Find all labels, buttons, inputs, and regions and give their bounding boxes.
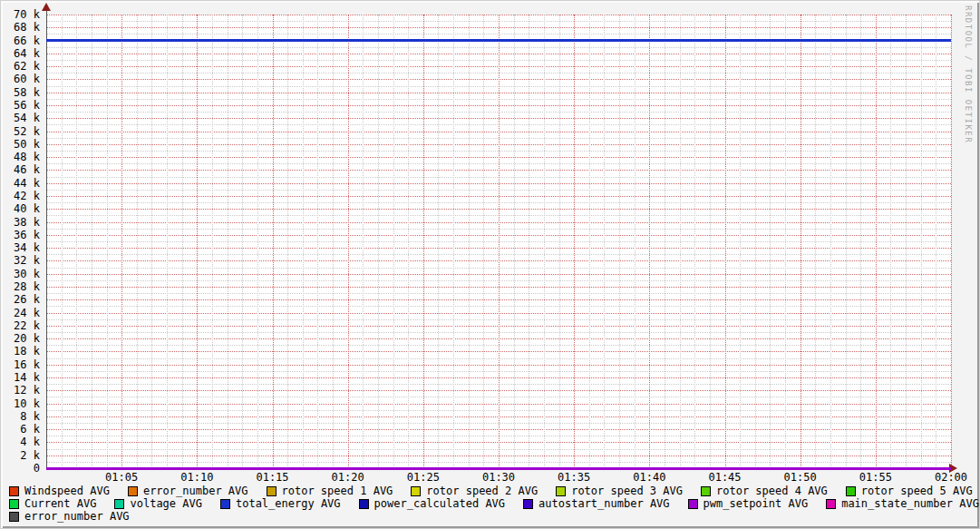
y-tick-label: 62 k xyxy=(2,61,40,72)
gridline-vertical xyxy=(92,15,92,468)
legend-label: pwm_setpoint AVG xyxy=(703,497,809,510)
gridline-vertical xyxy=(76,15,77,468)
gridline-vertical xyxy=(453,15,454,468)
legend-swatch-icon xyxy=(220,499,230,509)
legend-item-error-number-avg: error_number AVG xyxy=(128,485,248,497)
y-tick-label: 48 k xyxy=(2,152,40,162)
gridline-vertical xyxy=(725,15,726,468)
gridline-vertical xyxy=(393,15,394,468)
legend: Windspeed AVGerror_number AVGrotor speed… xyxy=(9,485,979,523)
gridline-vertical xyxy=(121,15,122,468)
legend-label: total_energy AVG xyxy=(236,497,341,510)
legend-item-rotor-speed-5-avg: rotor speed 5 AVG xyxy=(846,485,973,497)
y-tick-label: 12 k xyxy=(2,385,40,396)
legend-item-error-number-avg: error_number AVG xyxy=(9,510,130,523)
legend-row: Current AVGvoltage AVGtotal_energy AVGpo… xyxy=(9,497,979,510)
y-tick-label: 38 k xyxy=(2,217,40,228)
legend-swatch-icon xyxy=(114,499,124,509)
watermark: RRDTOOL / TOBI OETIKER xyxy=(964,5,973,143)
legend-row: error_number AVG xyxy=(9,510,979,523)
gridline-vertical xyxy=(333,15,334,468)
x-tick-label: 02:00 xyxy=(931,472,971,483)
gridline-vertical xyxy=(694,15,695,468)
gridline-vertical xyxy=(604,15,605,468)
gridline-vertical xyxy=(951,15,952,468)
gridline-vertical xyxy=(876,15,877,468)
y-tick-label: 6 k xyxy=(2,424,40,435)
gridline-vertical xyxy=(107,15,108,468)
legend-swatch-icon xyxy=(411,486,421,496)
gridline-vertical xyxy=(529,15,529,468)
legend-label: rotor speed 2 AVG xyxy=(426,485,538,497)
gridline-vertical xyxy=(846,15,847,468)
legend-row: Windspeed AVGerror_number AVGrotor speed… xyxy=(9,485,979,497)
gridline-vertical xyxy=(438,15,439,468)
legend-item-autostart-number-avg: autostart_number AVG xyxy=(523,497,670,510)
y-tick-label: 56 k xyxy=(2,100,40,111)
x-tick-label: 01:10 xyxy=(177,472,217,483)
y-tick-label: 26 k xyxy=(2,294,40,305)
x-tick-label: 01:25 xyxy=(403,472,443,483)
gridline-vertical xyxy=(273,15,274,468)
legend-label: rotor speed 5 AVG xyxy=(861,485,973,497)
y-axis-arrow-icon xyxy=(42,3,51,11)
legend-label: rotor speed 3 AVG xyxy=(571,485,683,497)
legend-item-rotor-speed-1-avg: rotor speed 1 AVG xyxy=(267,485,393,497)
legend-label: voltage AVG xyxy=(130,497,201,510)
x-tick-label: 01:30 xyxy=(479,472,519,483)
y-tick-label: 2 k xyxy=(2,450,40,461)
legend-item-main-state-number-avg: main_state_number AVG xyxy=(826,497,979,510)
legend-swatch-icon xyxy=(128,486,138,496)
gridline-vertical xyxy=(167,15,168,468)
y-tick-label: 64 k xyxy=(2,48,40,59)
y-tick-label: 14 k xyxy=(2,372,40,383)
gridline-vertical xyxy=(197,15,198,468)
gridline-vertical xyxy=(800,15,801,468)
y-tick-label: 52 k xyxy=(2,126,40,137)
legend-item-power-calculated-avg: power_calculated AVG xyxy=(359,497,506,510)
gridline-vertical xyxy=(574,15,575,468)
y-tick-label: 70 k xyxy=(2,9,40,20)
gridline-vertical xyxy=(151,15,152,468)
y-tick-label: 4 k xyxy=(2,436,40,447)
gridline-vertical xyxy=(303,15,304,468)
x-tick-label: 01:05 xyxy=(102,472,141,483)
gridline-vertical xyxy=(710,15,711,468)
y-tick-label: 24 k xyxy=(2,308,40,318)
gridline-vertical xyxy=(770,15,771,468)
y-tick-label: 18 k xyxy=(2,346,40,357)
legend-label: error_number AVG xyxy=(143,485,248,497)
y-tick-label: 54 k xyxy=(2,113,40,123)
y-tick-label: 10 k xyxy=(2,398,40,409)
gridline-vertical xyxy=(649,15,650,468)
gridline-vertical xyxy=(680,15,681,468)
y-tick-label: 40 k xyxy=(2,203,40,214)
gridline-vertical xyxy=(499,15,500,468)
y-tick-label: 60 k xyxy=(2,73,40,84)
y-tick-label: 8 k xyxy=(2,411,40,422)
plot-area xyxy=(46,15,951,468)
legend-item-rotor-speed-4-avg: rotor speed 4 AVG xyxy=(701,485,828,497)
x-tick-label: 01:20 xyxy=(328,472,368,483)
legend-label: power_calculated AVG xyxy=(374,497,506,510)
legend-item-voltage-avg: voltage AVG xyxy=(114,497,201,510)
gridline-vertical xyxy=(242,15,243,468)
y-tick-label: 20 k xyxy=(2,333,40,344)
gridline-vertical xyxy=(740,15,741,468)
x-tick-label: 01:35 xyxy=(554,472,594,483)
gridline-vertical xyxy=(755,15,756,468)
y-tick-label: 22 k xyxy=(2,320,40,331)
gridline-vertical xyxy=(62,15,63,468)
gridline-vertical xyxy=(408,15,409,468)
legend-swatch-icon xyxy=(267,486,277,496)
gridline-vertical xyxy=(378,15,379,468)
gridline-vertical xyxy=(589,15,590,468)
legend-swatch-icon xyxy=(688,499,698,509)
gridline-vertical xyxy=(830,15,831,468)
legend-label: rotor speed 4 AVG xyxy=(716,485,828,497)
gridline-vertical xyxy=(890,15,891,468)
y-tick-label: 34 k xyxy=(2,242,40,253)
legend-item-windspeed-avg: Windspeed AVG xyxy=(9,485,110,497)
y-tick-label: 44 k xyxy=(2,178,40,189)
legend-swatch-icon xyxy=(826,499,836,509)
